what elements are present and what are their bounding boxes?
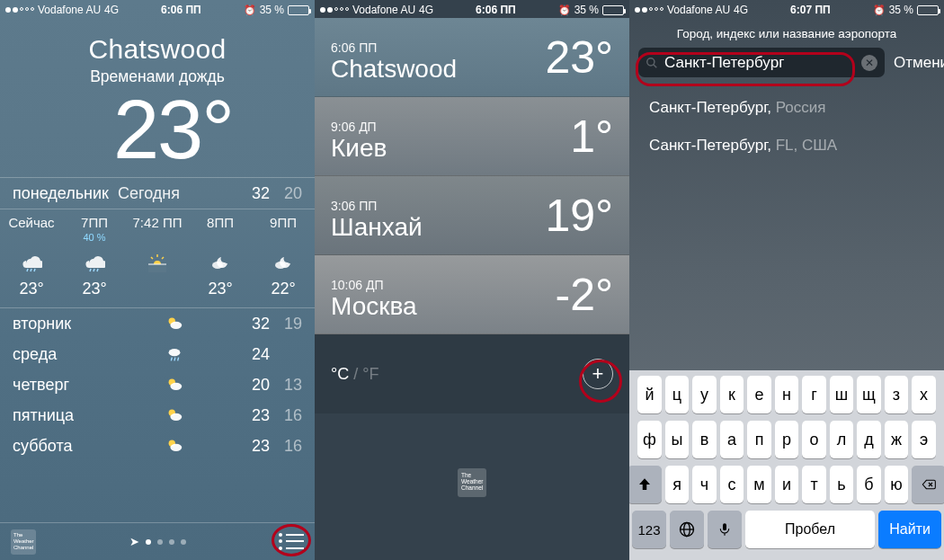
- city-row[interactable]: 6:06 ПП Chatswood 23°: [315, 18, 629, 97]
- precip-label: [0, 232, 63, 244]
- day-low: 16: [270, 406, 302, 425]
- key-у[interactable]: у: [692, 376, 717, 413]
- key-р[interactable]: р: [775, 421, 799, 458]
- network-label: 4G: [419, 4, 433, 16]
- key-м[interactable]: м: [747, 466, 771, 503]
- fahrenheit-label[interactable]: °F: [362, 365, 378, 383]
- day-name: пятница: [13, 406, 111, 425]
- cancel-button[interactable]: Отменить: [894, 54, 944, 72]
- signal-dots: [5, 7, 34, 13]
- hour-icon: [0, 249, 63, 274]
- key-л[interactable]: л: [830, 421, 854, 458]
- key-т[interactable]: т: [802, 466, 826, 503]
- day-high: 23: [237, 406, 270, 425]
- search-icon: [646, 57, 658, 69]
- key-ь[interactable]: ь: [830, 466, 854, 503]
- key-б[interactable]: б: [857, 466, 881, 503]
- key-ы[interactable]: ы: [665, 421, 690, 458]
- key-и[interactable]: и: [775, 466, 799, 503]
- key-о[interactable]: о: [802, 421, 826, 458]
- daily-forecast[interactable]: вторник 32 19среда 24 четверг 20 13пятни…: [0, 307, 315, 461]
- alarm-icon: ⏰: [873, 4, 886, 16]
- key-в[interactable]: в: [692, 421, 717, 458]
- clear-icon[interactable]: ✕: [861, 55, 877, 71]
- hour-label: Сейчас: [0, 215, 63, 231]
- key-а[interactable]: а: [720, 421, 744, 458]
- status-time: 6:06 ПП: [161, 4, 201, 16]
- city-row[interactable]: 10:06 ДП Москва -2°: [315, 255, 629, 334]
- city-row[interactable]: 9:06 ДП Киев 1°: [315, 97, 629, 176]
- hour-cell: 9ПП 22°: [252, 215, 315, 298]
- svg-point-10: [275, 262, 286, 269]
- mic-key[interactable]: [708, 511, 742, 548]
- list-button[interactable]: [279, 532, 304, 552]
- search-box[interactable]: ✕: [638, 48, 885, 77]
- status-bar: Vodafone AU 4G 6:07 ПП ⏰ 35 %: [629, 0, 944, 18]
- key-х[interactable]: х: [912, 376, 936, 413]
- hour-temp: 23°: [63, 280, 126, 298]
- city-temp: -2°: [556, 269, 613, 321]
- city-row[interactable]: 3:06 ПП Шанхай 19°: [315, 176, 629, 255]
- svg-point-9: [212, 262, 223, 269]
- hourly-forecast[interactable]: Сейчас 23°7ПП 40 % 23°7:42 ПП 8ПП 23°9ПП…: [0, 209, 315, 307]
- carrier-label: Vodafone AU: [38, 4, 101, 16]
- backspace-key[interactable]: [912, 466, 944, 503]
- weather-channel-logo[interactable]: The Weather Channel: [11, 529, 36, 555]
- key-ю[interactable]: ю: [885, 466, 909, 503]
- precip-label: [126, 232, 189, 244]
- svg-point-23: [170, 444, 182, 451]
- day-row: среда 24: [0, 339, 315, 369]
- key-ч[interactable]: ч: [692, 466, 717, 503]
- day-name: среда: [13, 345, 111, 364]
- svg-point-19: [170, 383, 182, 390]
- space-key[interactable]: Пробел: [745, 511, 875, 548]
- globe-key[interactable]: [670, 511, 704, 548]
- page-indicator[interactable]: ➤: [129, 535, 186, 548]
- precip-label: 40 %: [63, 232, 126, 244]
- key-ж[interactable]: ж: [885, 421, 909, 458]
- city-temp: 19°: [545, 190, 613, 242]
- svg-rect-7: [148, 264, 166, 272]
- unit-toggle[interactable]: °C / °F: [331, 365, 378, 384]
- key-щ[interactable]: щ: [857, 376, 881, 413]
- unit-row: °C / °F +: [315, 334, 629, 413]
- add-city-button[interactable]: +: [583, 359, 613, 389]
- key-з[interactable]: з: [885, 376, 909, 413]
- battery-icon: [917, 5, 939, 15]
- day-high: 24: [237, 345, 270, 364]
- key-д[interactable]: д: [857, 421, 881, 458]
- key-э[interactable]: э: [912, 421, 936, 458]
- key-п[interactable]: п: [747, 421, 771, 458]
- svg-line-2: [34, 269, 35, 271]
- weather-channel-logo[interactable]: The Weather Channel: [458, 468, 486, 497]
- key-к[interactable]: к: [720, 376, 744, 413]
- shift-key[interactable]: [629, 466, 662, 503]
- battery-pct: 35 %: [889, 4, 913, 16]
- day-row: вторник 32 19: [0, 308, 315, 339]
- key-г[interactable]: г: [802, 376, 826, 413]
- key-н[interactable]: н: [775, 376, 799, 413]
- key-ц[interactable]: ц: [665, 376, 690, 413]
- precip-label: [252, 232, 315, 244]
- numbers-key[interactable]: 123: [632, 511, 666, 548]
- key-с[interactable]: с: [720, 466, 744, 503]
- day-icon: [111, 436, 237, 456]
- svg-line-4: [94, 269, 94, 271]
- battery-pct: 35 %: [260, 4, 284, 16]
- keyboard[interactable]: йцукенгшщзх фывапролджэ ячсмитьбю 123 Пр…: [629, 370, 944, 560]
- search-result[interactable]: Санкт-Петербург, Россия: [649, 99, 924, 117]
- key-е[interactable]: е: [747, 376, 771, 413]
- day-icon: [111, 405, 237, 425]
- key-ф[interactable]: ф: [637, 421, 662, 458]
- day-icon: [111, 375, 237, 395]
- search-result[interactable]: Санкт-Петербург, FL, США: [649, 137, 924, 155]
- search-input[interactable]: [664, 54, 855, 72]
- find-key[interactable]: Найти: [878, 511, 941, 548]
- key-ш[interactable]: ш: [830, 376, 854, 413]
- day-low: 13: [270, 376, 302, 395]
- alarm-icon: ⏰: [558, 4, 571, 16]
- celsius-label[interactable]: °C: [331, 365, 349, 383]
- key-я[interactable]: я: [665, 466, 690, 503]
- key-й[interactable]: й: [637, 376, 662, 413]
- city-temp: 1°: [570, 111, 613, 163]
